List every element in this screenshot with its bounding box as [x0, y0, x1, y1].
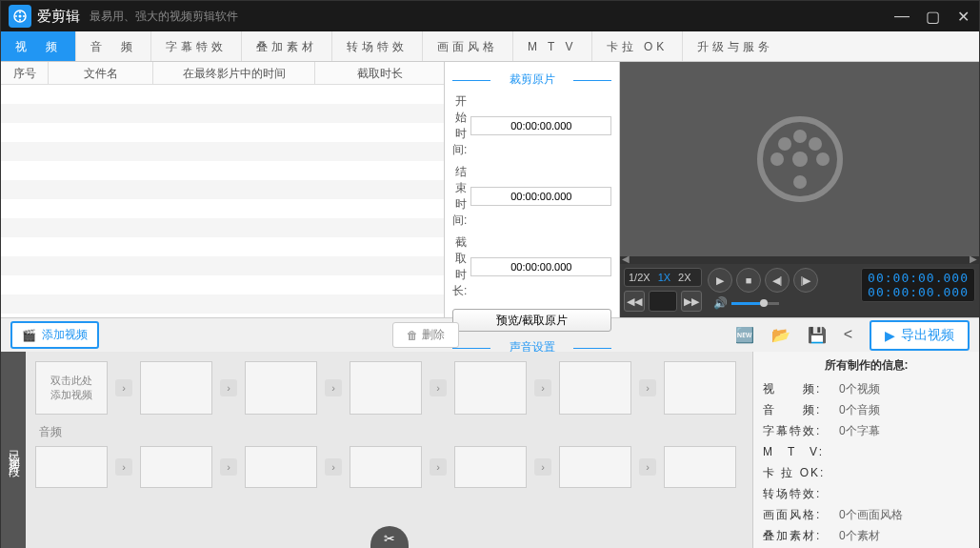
chevron-right-icon: ›	[534, 379, 551, 396]
tab-overlay[interactable]: 叠加素材	[242, 31, 332, 61]
audio-slot[interactable]	[35, 446, 108, 488]
step-back-button[interactable]: ◀|	[765, 268, 790, 293]
chevron-right-icon: ›	[325, 379, 342, 396]
scissors-icon[interactable]: ✂	[370, 526, 409, 548]
info-key: 画面风格:	[763, 507, 839, 523]
export-icon: ▶	[885, 328, 895, 343]
end-time-label: 结束时间:	[452, 164, 467, 229]
preview-pane: 1/2X 1X 2X ◀◀ ▶▶ ▶ ■ ◀| |▶	[620, 62, 979, 317]
app-window: 爱剪辑 最易用、强大的视频剪辑软件 — ▢ ✕ 视 频 音 频 字幕特效 叠加素…	[0, 0, 980, 548]
audio-track: › › › › › ›	[35, 446, 743, 488]
new-icon[interactable]: 🆕	[735, 326, 754, 344]
audio-slot[interactable]	[140, 446, 212, 488]
film-reel-icon	[757, 116, 843, 202]
info-key: 卡 拉 OK:	[763, 465, 839, 481]
info-value: 0个素材	[839, 528, 880, 544]
preview-speaker-icon: 🔊	[713, 296, 728, 310]
settings-pane: 裁剪原片 开始时间: 结束时间: 截取时长: 预览/截取原片 声音设置 使用音轨…	[445, 62, 620, 317]
clip-slot[interactable]	[140, 361, 212, 415]
step-fwd-button[interactable]: |▶	[793, 268, 818, 293]
audio-slot[interactable]	[350, 446, 422, 488]
app-subtitle: 最易用、强大的视频剪辑软件	[90, 9, 238, 25]
info-key: 转场特效:	[763, 486, 839, 502]
prev-frame-button[interactable]: ◀◀	[624, 291, 645, 312]
start-time-label: 开始时间:	[452, 93, 467, 158]
col-time: 在最终影片中的时间	[153, 62, 315, 84]
export-video-button[interactable]: ▶ 导出视频	[870, 320, 970, 351]
minimize-icon[interactable]: —	[893, 8, 910, 26]
add-video-button[interactable]: 🎬 添加视频	[10, 321, 99, 349]
chevron-right-icon: ›	[534, 458, 551, 476]
info-row: 音 频:0个音频	[763, 402, 970, 418]
audio-slot[interactable]	[664, 446, 736, 488]
info-row: M T V:	[763, 444, 970, 460]
col-duration: 截取时长	[315, 62, 444, 84]
tab-audio[interactable]: 音 频	[76, 31, 151, 61]
video-track: 双击此处 添加视频 › › › › › ›	[35, 361, 743, 415]
col-index: 序号	[1, 62, 49, 84]
end-time-input[interactable]	[470, 187, 611, 206]
svg-point-3	[23, 15, 25, 17]
clip-slot[interactable]	[559, 361, 631, 415]
audio-slot[interactable]	[454, 446, 527, 488]
info-value: 0个画面风格	[839, 507, 903, 523]
timeline-label: 已添加片段	[1, 352, 26, 548]
tab-subtitle[interactable]: 字幕特效	[151, 31, 242, 61]
save-icon[interactable]: 💾	[808, 326, 827, 344]
info-value: 0个视频	[839, 381, 880, 397]
time-display: 00:00:00.000 00:00:00.000	[861, 268, 975, 302]
video-preview[interactable]	[620, 62, 979, 256]
clip-slot[interactable]	[245, 361, 317, 415]
delete-button[interactable]: 🗑 删除	[392, 322, 459, 348]
info-value: 0个音频	[839, 402, 880, 418]
clip-slot[interactable]	[350, 361, 422, 415]
chevron-right-icon: ›	[430, 379, 447, 396]
info-row: 转场特效:	[763, 486, 970, 502]
stop-button[interactable]: ■	[736, 268, 761, 293]
app-title: 爱剪辑	[37, 8, 80, 26]
chevron-right-icon: ›	[220, 458, 237, 476]
tab-style[interactable]: 画面风格	[423, 31, 513, 61]
preview-volume-slider[interactable]	[731, 302, 779, 305]
jog-wheel[interactable]	[649, 291, 677, 312]
speed-1x-button[interactable]: 1X	[654, 269, 674, 286]
preview-trim-button[interactable]: 预览/截取原片	[452, 309, 611, 332]
audio-slot[interactable]	[559, 446, 631, 488]
trash-icon: 🗑	[407, 329, 418, 342]
tab-karaoke[interactable]: 卡拉 OK	[592, 31, 684, 61]
tab-upgrade[interactable]: 升级与服务	[683, 31, 788, 61]
tab-transition[interactable]: 转场特效	[332, 31, 423, 61]
start-time-input[interactable]	[470, 116, 611, 135]
duration-input[interactable]	[470, 257, 611, 276]
col-filename: 文件名	[49, 62, 153, 84]
next-frame-button[interactable]: ▶▶	[681, 291, 702, 312]
clip-list-pane: 序号 文件名 在最终影片中的时间 截取时长	[1, 62, 445, 317]
tab-video[interactable]: 视 频	[1, 31, 76, 61]
chevron-right-icon: ›	[115, 379, 132, 396]
chevron-right-icon: ›	[220, 379, 237, 396]
open-icon[interactable]: 📂	[771, 326, 790, 344]
clip-slot[interactable]	[454, 361, 527, 415]
clip-table-body[interactable]	[1, 85, 444, 317]
info-row: 字幕特效:0个字幕	[763, 423, 970, 439]
info-key: M T V:	[763, 444, 839, 460]
chevron-right-icon: ›	[639, 458, 656, 476]
chevron-right-icon: ›	[115, 458, 132, 476]
seek-bar[interactable]	[620, 256, 979, 264]
speed-half-button[interactable]: 1/2X	[625, 269, 654, 286]
close-icon[interactable]: ✕	[954, 8, 971, 26]
share-icon[interactable]: <	[844, 326, 852, 344]
tab-mtv[interactable]: M T V	[513, 31, 592, 61]
info-panel: 所有制作的信息: 视 频:0个视频音 频:0个音频字幕特效:0个字幕M T V:…	[752, 352, 979, 548]
add-clip-placeholder[interactable]: 双击此处 添加视频	[35, 361, 108, 415]
timeline-area: 已添加片段 双击此处 添加视频 › › › › › › 音频 ›	[1, 352, 979, 548]
maximize-icon[interactable]: ▢	[924, 8, 941, 26]
speed-2x-button[interactable]: 2X	[674, 269, 694, 286]
info-row: 视 频:0个视频	[763, 381, 970, 397]
audio-slot[interactable]	[245, 446, 317, 488]
info-row: 卡 拉 OK:	[763, 465, 970, 481]
play-button[interactable]: ▶	[708, 268, 732, 293]
info-key: 叠加素材:	[763, 528, 839, 544]
info-value: 0个字幕	[839, 423, 880, 439]
clip-slot[interactable]	[664, 361, 736, 415]
